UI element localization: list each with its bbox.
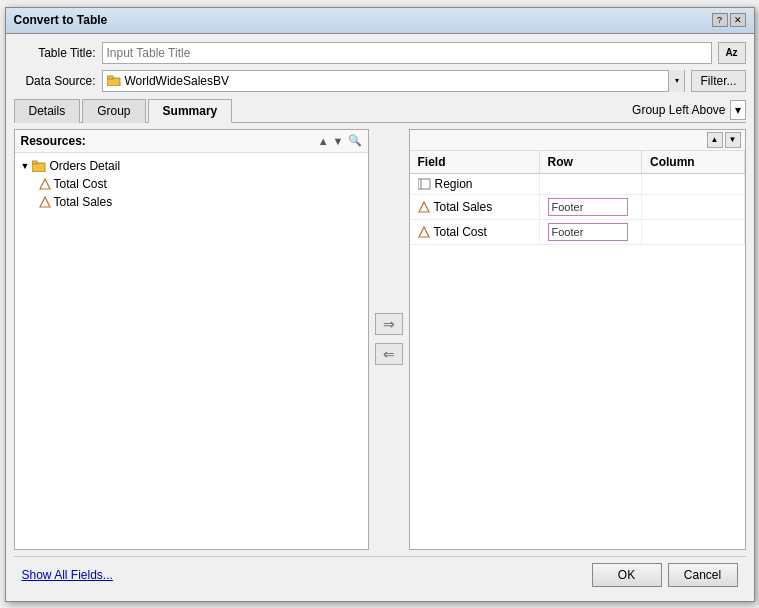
tree-item-label: Total Sales [54,195,113,209]
row-cell[interactable] [540,195,643,219]
data-source-row: Data Source: WorldWideSalesBV ▾ Filter..… [14,70,746,92]
updown-buttons: ▲ ▼ [707,132,741,148]
move-down-button[interactable]: ▼ [725,132,741,148]
help-button[interactable]: ? [712,13,728,27]
group-field-icon [418,178,431,190]
sort-asc-icon[interactable]: ▲ [318,135,329,147]
tree-item-label: Total Cost [54,177,107,191]
table-row: Total Sales [410,195,745,220]
svg-rect-3 [32,161,37,164]
sort-desc-icon[interactable]: ▼ [333,135,344,147]
row-cell[interactable] [540,220,643,244]
tab-group[interactable]: Group [82,99,145,123]
row-cell [540,174,643,194]
field-name: Region [435,177,473,191]
tree-root-label: Orders Detail [49,159,120,173]
filter-button[interactable]: Filter... [691,70,745,92]
resources-label: Resources: [21,134,86,148]
data-source-label: Data Source: [14,74,96,88]
close-button[interactable]: ✕ [730,13,746,27]
tab-summary[interactable]: Summary [148,99,233,123]
triangle-icon [39,196,51,208]
triangle-field-icon [418,201,430,213]
search-icon[interactable]: 🔍 [348,134,362,147]
cancel-button[interactable]: Cancel [668,563,738,587]
triangle-field-icon [418,226,430,238]
field-name: Total Cost [434,225,487,239]
column-cell [642,195,745,219]
dialog-title: Convert to Table [14,13,108,27]
group-left-above: Group Left Above ▾ [632,100,745,120]
remove-arrow-button[interactable]: ⇐ [375,343,403,365]
col-header-row: Row [540,151,643,173]
field-cell: Region [410,174,540,194]
grid-header: Field Row Column [410,151,745,174]
title-bar-buttons: ? ✕ [712,13,746,27]
column-cell [642,174,745,194]
group-position-dropdown[interactable]: ▾ [730,100,746,120]
svg-marker-4 [40,179,50,189]
tree-root-item[interactable]: ▼ Orders Detail [15,157,368,175]
tree-children: Total Cost Total Sales [15,175,368,211]
convert-to-table-dialog: Convert to Table ? ✕ Table Title: Az Dat… [5,7,755,602]
main-area: Resources: ▲ ▼ 🔍 ▼ Or [14,129,746,550]
tree-item-total-sales[interactable]: Total Sales [33,193,368,211]
field-cell: Total Cost [410,220,540,244]
field-name: Total Sales [434,200,493,214]
title-bar: Convert to Table ? ✕ [6,8,754,34]
svg-marker-9 [419,227,429,237]
ok-button[interactable]: OK [592,563,662,587]
fields-panel: ▲ ▼ Field Row Column [409,129,746,550]
tree-area: ▼ Orders Detail Total Cos [15,153,368,549]
svg-rect-6 [418,179,430,189]
svg-marker-8 [419,202,429,212]
arrow-buttons: ⇒ ⇐ [369,129,409,550]
show-all-fields-link[interactable]: Show All Fields... [22,568,113,582]
svg-rect-1 [107,76,113,79]
svg-marker-5 [40,197,50,207]
tree-item-total-cost[interactable]: Total Cost [33,175,368,193]
data-source-dropdown[interactable]: ▾ [668,70,684,92]
expand-icon: ▼ [21,161,30,171]
add-arrow-button[interactable]: ⇒ [375,313,403,335]
triangle-icon [39,178,51,190]
column-cell [642,220,745,244]
move-up-button[interactable]: ▲ [707,132,723,148]
table-title-label: Table Title: [14,46,96,60]
table-row: Region [410,174,745,195]
table-title-input[interactable] [102,42,712,64]
field-cell: Total Sales [410,195,540,219]
row-input-total-sales[interactable] [548,198,628,216]
right-panel-header: ▲ ▼ [410,130,745,151]
panel-header-icons: ▲ ▼ 🔍 [318,134,362,147]
az-button[interactable]: Az [718,42,746,64]
table-title-row: Table Title: Az [14,42,746,64]
data-source-select[interactable]: WorldWideSalesBV [103,74,669,88]
table-grid: Field Row Column Region [410,151,745,549]
tabs: Details Group Summary [14,98,235,122]
bottom-buttons: OK Cancel [592,563,738,587]
folder-open-icon [32,160,46,172]
tabs-row: Details Group Summary Group Left Above ▾ [14,98,746,123]
tab-details[interactable]: Details [14,99,81,123]
panel-header: Resources: ▲ ▼ 🔍 [15,130,368,153]
resources-panel: Resources: ▲ ▼ 🔍 ▼ Or [14,129,369,550]
row-input-total-cost[interactable] [548,223,628,241]
col-header-field: Field [410,151,540,173]
group-position-label: Group Left Above [632,103,725,117]
folder-icon [107,75,121,86]
dialog-content: Table Title: Az Data Source: WorldWideSa… [6,34,754,601]
bottom-bar: Show All Fields... OK Cancel [14,556,746,593]
table-row: Total Cost [410,220,745,245]
col-header-column: Column [642,151,745,173]
data-source-value: WorldWideSalesBV [125,74,229,88]
